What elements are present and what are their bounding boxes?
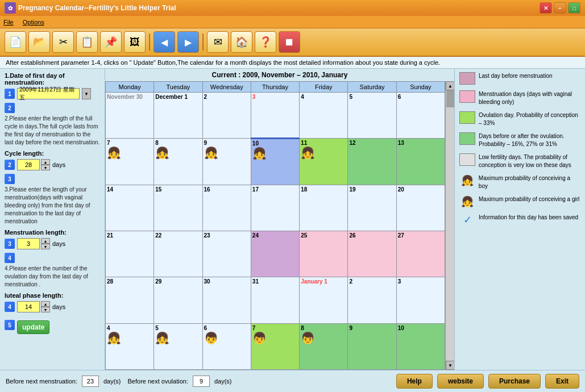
menstruation-spin-btns: ▲ ▼	[41, 238, 50, 249]
cal-cell[interactable]: 25	[300, 231, 348, 277]
cal-cell[interactable]: 7 👧	[106, 139, 154, 185]
date-dropdown-arrow[interactable]: ▼	[82, 88, 91, 99]
purchase-button[interactable]: Purchase	[488, 374, 541, 389]
cal-cell[interactable]: 9	[348, 323, 396, 369]
cal-cell[interactable]: 6	[396, 93, 445, 139]
table-row: November 30 December 1 2 3	[106, 93, 445, 139]
cycle-spin-down[interactable]: ▼	[41, 165, 50, 170]
cal-cell[interactable]: 9 👧	[202, 139, 251, 185]
cal-cell[interactable]: 3	[251, 93, 299, 139]
luteal-phase-input[interactable]: 14	[17, 301, 40, 312]
cal-cell[interactable]: 31	[251, 277, 299, 323]
cal-cell[interactable]: 15	[154, 185, 202, 231]
new-btn[interactable]: 📄	[5, 31, 26, 53]
cal-cell[interactable]: 29	[154, 277, 202, 323]
legend-face-boy: 👧	[459, 174, 475, 187]
close-button[interactable]: ✕	[540, 2, 552, 14]
cal-cell[interactable]: 7 👦	[251, 323, 299, 369]
legend-text-saved: Information for this day has been saved	[479, 214, 578, 222]
cal-cell[interactable]: 6 👦	[202, 323, 251, 369]
legend-item-saved: ✓ Information for this day has been save…	[459, 214, 580, 226]
cal-cell[interactable]: 10 👧	[251, 139, 299, 185]
day-number: 4	[107, 325, 110, 331]
email-btn[interactable]: ✉	[207, 31, 229, 53]
cal-cell[interactable]: 19	[348, 185, 396, 231]
stop-btn[interactable]: ⏹	[279, 31, 300, 53]
cal-cell[interactable]: 5 👧	[154, 323, 202, 369]
cal-cell[interactable]: January 1	[300, 277, 348, 323]
before-ovulation-value: 9	[193, 376, 210, 387]
copy-btn[interactable]: 📋	[76, 31, 98, 53]
cal-cell[interactable]: 16	[202, 185, 251, 231]
luteal-spin-down[interactable]: ▼	[41, 307, 50, 312]
cal-cell[interactable]: 10	[396, 323, 445, 369]
cal-cell[interactable]: 4	[300, 93, 348, 139]
cal-cell[interactable]: 13	[396, 139, 445, 185]
day-number: 13	[398, 140, 404, 146]
menu-options[interactable]: Options	[23, 19, 44, 26]
cal-cell[interactable]: 14	[106, 185, 154, 231]
home-btn[interactable]: 🏠	[231, 31, 252, 53]
menstruation-spin-up[interactable]: ▲	[41, 238, 50, 244]
cal-cell[interactable]: 4 👧	[106, 323, 154, 369]
cal-cell[interactable]: 23	[202, 231, 251, 277]
website-button[interactable]: website	[437, 374, 484, 389]
menu-file[interactable]: File	[3, 19, 14, 26]
before-ovulation-row: Before next ovulation: 9 day(s)	[128, 376, 232, 387]
cal-cell[interactable]: 5	[348, 93, 396, 139]
help-button[interactable]: Help	[396, 374, 433, 389]
legend-color-last-day	[459, 72, 475, 85]
scroll-up[interactable]: ▲	[446, 81, 454, 90]
cal-cell[interactable]: 18	[300, 185, 348, 231]
step5-badge: 5	[5, 320, 15, 330]
info-text: After establishment parameter 1-4, click…	[6, 59, 440, 66]
date-input[interactable]: 2009年11月27日 星期五	[17, 88, 80, 99]
menstruation-spin-down[interactable]: ▼	[41, 244, 50, 249]
cal-cell[interactable]: 22	[154, 231, 202, 277]
scroll-thumb[interactable]	[446, 90, 454, 107]
forward-btn[interactable]: ▶	[177, 31, 199, 53]
cal-cell[interactable]: 8 👧	[154, 139, 202, 185]
cal-cell[interactable]: 26	[348, 231, 396, 277]
legend-color-menstruation	[459, 90, 475, 103]
cal-cell[interactable]: 24	[251, 231, 299, 277]
minimize-button[interactable]: −	[554, 2, 566, 14]
cal-cell[interactable]: 21	[106, 231, 154, 277]
face-girl-icon: 👧	[155, 146, 201, 160]
cycle-length-input[interactable]: 28	[17, 159, 40, 170]
cal-cell[interactable]: 11 👧	[300, 139, 348, 185]
day-number: 9	[204, 140, 208, 146]
scroll-down[interactable]: ▼	[446, 361, 454, 370]
menstruation-unit: days	[52, 240, 65, 247]
help-btn[interactable]: ❓	[255, 31, 276, 53]
cal-cell[interactable]: 2	[348, 277, 396, 323]
day-number: 6	[204, 325, 208, 331]
menstruation-length-input[interactable]: 3	[17, 238, 40, 249]
legend-color-fertile	[459, 132, 475, 145]
cal-cell[interactable]: 17	[251, 185, 299, 231]
cal-cell[interactable]: 12	[348, 139, 396, 185]
cal-cell[interactable]: 30	[202, 277, 251, 323]
update-button[interactable]: update	[17, 320, 49, 334]
legend-text-boy: Maximum probability of conceiving a boy	[479, 174, 580, 190]
back-btn[interactable]: ◀	[153, 31, 175, 53]
cut-btn[interactable]: ✂	[52, 31, 74, 53]
cal-cell[interactable]: 2	[202, 93, 251, 139]
paste-btn[interactable]: 📌	[100, 31, 122, 53]
update-row: 5 update	[5, 316, 100, 334]
cal-cell[interactable]: 28	[106, 277, 154, 323]
cal-cell[interactable]: 20	[396, 185, 445, 231]
cal-cell[interactable]: 27	[396, 231, 445, 277]
cycle-spin-up[interactable]: ▲	[41, 159, 50, 165]
luteal-spin-up[interactable]: ▲	[41, 301, 50, 307]
maximize-button[interactable]: □	[568, 2, 580, 14]
exit-button[interactable]: Exit	[545, 374, 579, 389]
open-btn[interactable]: 📂	[28, 31, 50, 53]
cal-cell[interactable]: November 30	[106, 93, 154, 139]
cal-cell[interactable]: 3	[396, 277, 445, 323]
menstruation-length-label: Menstruation length:	[5, 229, 100, 236]
photo-btn[interactable]: 🖼	[124, 31, 146, 53]
table-row: 28 29 30 31 January 1 2 3	[106, 277, 445, 323]
cal-cell[interactable]: 8 👦	[300, 323, 348, 369]
cal-cell[interactable]: December 1	[154, 93, 202, 139]
